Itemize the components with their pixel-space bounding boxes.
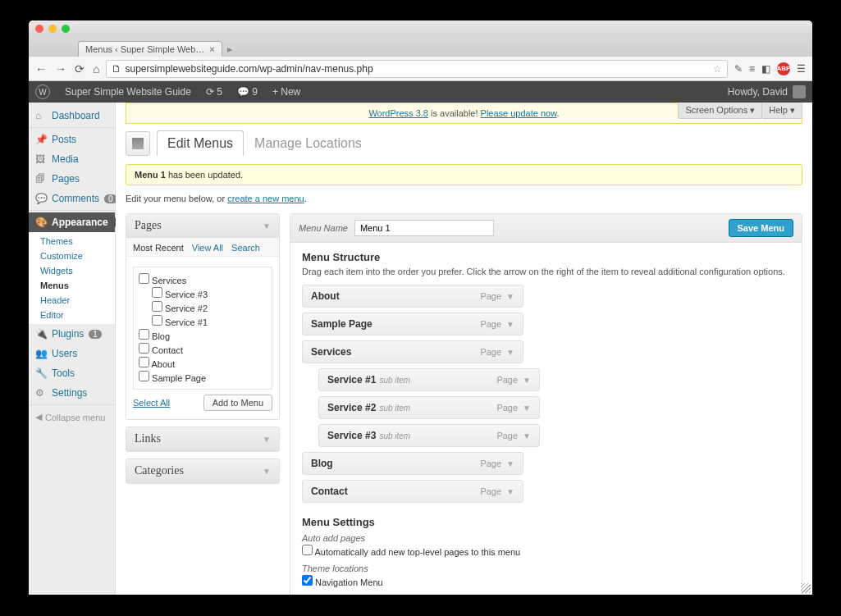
collapse-menu-button[interactable]: ◀Collapse menu xyxy=(29,407,115,427)
sidebar-item-plugins[interactable]: 🔌Plugins 1 xyxy=(29,324,115,344)
save-menu-button-top[interactable]: Save Menu xyxy=(729,219,793,237)
browser-tab[interactable]: Menus ‹ Super Simple Web… × xyxy=(78,41,222,57)
create-new-menu-link[interactable]: create a new menu xyxy=(227,194,304,203)
tab-manage-locations[interactable]: Manage Locations xyxy=(244,130,373,156)
submenu-editor[interactable]: Editor xyxy=(29,308,115,322)
sidebar-item-appearance[interactable]: 🎨Appearance xyxy=(29,212,115,232)
view-toggle-button[interactable] xyxy=(126,131,150,156)
address-bar[interactable]: 🗋 supersimplewebsiteguide.com/wp-admin/n… xyxy=(106,60,728,78)
menu-item[interactable]: BlogPage▼ xyxy=(302,452,523,475)
wordpress-logo-icon[interactable]: W xyxy=(35,84,50,99)
edit-instructions: Edit your menu below, or create a new me… xyxy=(126,194,802,203)
window-zoom-icon[interactable] xyxy=(62,25,70,33)
chevron-down-icon[interactable]: ▼ xyxy=(523,404,531,413)
sidebar-item-settings[interactable]: ⚙Settings xyxy=(29,383,115,403)
admin-sidebar: ⌂Dashboard 📌Posts 🖼Media 🗐Pages 💬Comment… xyxy=(29,103,116,595)
submenu-customize[interactable]: Customize xyxy=(29,249,115,263)
submenu-widgets[interactable]: Widgets xyxy=(29,263,115,278)
dashboard-icon: ⌂ xyxy=(35,110,47,121)
menu-item[interactable]: ContactPage▼ xyxy=(302,480,523,503)
auto-add-label: Auto add pages xyxy=(302,533,790,543)
chevron-down-icon: ▼ xyxy=(263,435,271,444)
select-all-link[interactable]: Select All xyxy=(133,398,170,408)
check-contact[interactable]: Contact xyxy=(139,342,267,356)
help-button[interactable]: Help ▾ xyxy=(761,103,802,119)
menu-item[interactable]: ServicesPage▼ xyxy=(302,340,523,363)
evernote-icon[interactable]: ✎ xyxy=(734,63,743,75)
chevron-down-icon[interactable]: ▼ xyxy=(506,320,514,329)
chevron-down-icon[interactable]: ▼ xyxy=(523,376,531,385)
check-service2[interactable]: Service #2 xyxy=(139,300,267,314)
resize-grip-icon[interactable] xyxy=(801,583,811,593)
sidebar-item-dashboard[interactable]: ⌂Dashboard xyxy=(29,106,115,125)
window-close-icon[interactable] xyxy=(35,25,43,33)
new-content-link[interactable]: + New xyxy=(272,86,300,98)
bookmark-icon[interactable]: ☆ xyxy=(713,63,722,75)
chevron-down-icon[interactable]: ▼ xyxy=(506,292,514,301)
chevron-down-icon[interactable]: ▼ xyxy=(506,348,514,357)
menu-item[interactable]: AboutPage▼ xyxy=(302,285,523,308)
chevron-down-icon[interactable]: ▼ xyxy=(506,459,514,468)
nav-menu-checkbox[interactable] xyxy=(302,575,313,586)
metabox-links-header[interactable]: Links▼ xyxy=(126,427,279,451)
submenu-menus[interactable]: Menus xyxy=(29,278,115,293)
submenu-themes[interactable]: Themes xyxy=(29,234,115,249)
metabox-pages-header[interactable]: Pages▼ xyxy=(126,214,279,238)
check-about[interactable]: About xyxy=(139,356,267,370)
check-blog[interactable]: Blog xyxy=(139,328,267,342)
auto-add-checkbox-label[interactable]: Automatically add new top-level pages to… xyxy=(302,547,520,557)
adblock-icon[interactable]: ABP xyxy=(777,62,790,75)
menu-structure-heading: Menu Structure xyxy=(302,251,790,263)
url-text: supersimplewebsiteguide.com/wp-admin/nav… xyxy=(125,63,373,75)
sidebar-item-users[interactable]: 👥Users xyxy=(29,344,115,363)
tab-edit-menus[interactable]: Edit Menus xyxy=(157,130,244,156)
sidebar-item-comments[interactable]: 💬Comments 0 xyxy=(29,189,115,208)
update-now-link[interactable]: Please update now xyxy=(481,108,557,118)
howdy-link[interactable]: Howdy, David xyxy=(728,86,788,98)
reload-icon[interactable]: ⟳ xyxy=(75,62,85,75)
menu-icon[interactable]: ☰ xyxy=(797,63,806,75)
sidebar-item-posts[interactable]: 📌Posts xyxy=(29,130,115,149)
subtab-recent[interactable]: Most Recent xyxy=(133,243,184,253)
nav-menu-checkbox-label[interactable]: Navigation Menu xyxy=(302,577,383,587)
site-title-link[interactable]: Super Simple Website Guide xyxy=(65,86,191,98)
new-tab-button[interactable]: ▸ xyxy=(222,42,237,57)
chevron-down-icon[interactable]: ▼ xyxy=(523,431,531,440)
menu-item[interactable]: Service #2sub itemPage▼ xyxy=(318,396,540,419)
subtab-search[interactable]: Search xyxy=(231,243,260,253)
window-minimize-icon[interactable] xyxy=(48,25,57,33)
menu-editor-header: Menu Name Save Menu xyxy=(290,214,802,243)
comments-link[interactable]: 💬 9 xyxy=(237,86,258,98)
sidebar-item-media[interactable]: 🖼Media xyxy=(29,149,115,169)
menu-item[interactable]: Service #1sub itemPage▼ xyxy=(318,368,540,391)
avatar[interactable] xyxy=(793,85,806,98)
updates-link[interactable]: ⟳ 5 xyxy=(206,86,222,98)
check-service3[interactable]: Service #3 xyxy=(139,286,267,300)
menu-item[interactable]: Sample PagePage▼ xyxy=(302,313,523,335)
submenu-header[interactable]: Header xyxy=(29,293,115,308)
close-icon[interactable]: × xyxy=(209,44,214,54)
metabox-categories-header[interactable]: Categories▼ xyxy=(126,459,279,483)
home-icon[interactable]: ⌂ xyxy=(93,62,99,75)
main-content: Screen Options ▾ Help ▾ WordPress 3.8 is… xyxy=(116,103,812,595)
sidebar-item-pages[interactable]: 🗐Pages xyxy=(29,169,115,189)
back-icon[interactable]: ← xyxy=(35,62,47,75)
menu-name-input[interactable] xyxy=(354,220,494,236)
subtab-viewall[interactable]: View All xyxy=(192,243,223,253)
plugins-icon: 🔌 xyxy=(35,328,47,340)
sidebar-item-tools[interactable]: 🔧Tools xyxy=(29,363,115,383)
chevron-down-icon[interactable]: ▼ xyxy=(506,487,514,496)
menu-item[interactable]: Service #3sub itemPage▼ xyxy=(318,424,540,447)
forward-icon[interactable]: → xyxy=(55,62,66,75)
title-bar xyxy=(29,21,812,37)
wp-version-link[interactable]: WordPress 3.8 xyxy=(368,108,428,118)
extension-icon[interactable]: ◧ xyxy=(761,63,770,75)
add-to-menu-button[interactable]: Add to Menu xyxy=(203,395,272,411)
auto-add-checkbox[interactable] xyxy=(302,545,313,555)
check-services[interactable]: Services xyxy=(139,272,267,286)
buffer-icon[interactable]: ≡ xyxy=(749,63,755,75)
check-service1[interactable]: Service #1 xyxy=(139,314,267,328)
check-sample[interactable]: Sample Page xyxy=(139,370,267,384)
screen-options-button[interactable]: Screen Options ▾ xyxy=(678,103,762,119)
menu-item-name: Service #1 xyxy=(327,374,376,386)
